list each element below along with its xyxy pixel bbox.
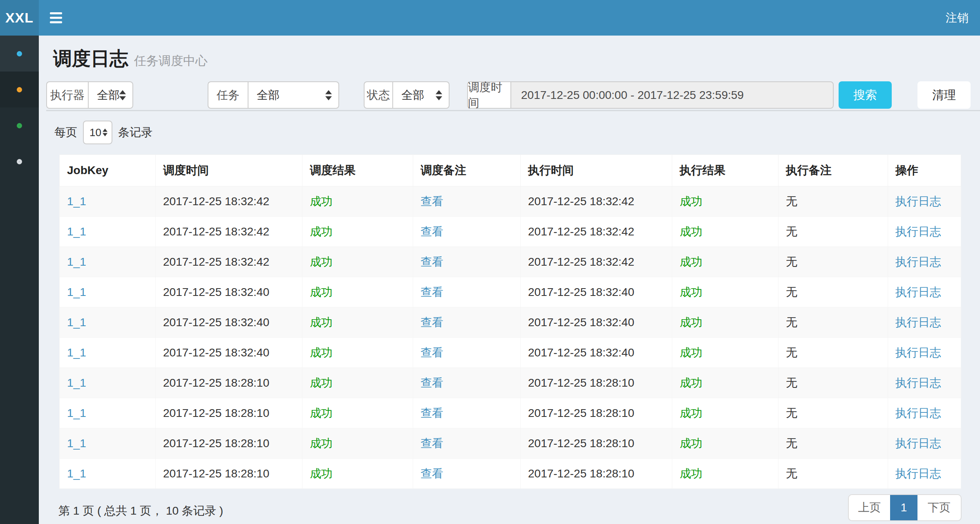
- view-trigger-msg-link[interactable]: 查看: [421, 286, 443, 298]
- page-size-prefix: 每页: [54, 125, 77, 140]
- view-trigger-msg-link[interactable]: 查看: [421, 255, 443, 268]
- column-header: 调度备注: [413, 155, 521, 186]
- jobkey-link[interactable]: 1_1: [67, 376, 86, 389]
- execution-log-link[interactable]: 执行日志: [895, 467, 941, 480]
- next-page-button[interactable]: 下页: [917, 495, 961, 520]
- page-size-row: 每页 10 条记录: [54, 121, 152, 144]
- table-row: 1_12017-12-25 18:32:40成功查看2017-12-25 18:…: [60, 338, 961, 368]
- jobkey-link[interactable]: 1_1: [67, 316, 86, 329]
- circle-icon: [17, 123, 22, 128]
- handle-result-cell: 成功: [680, 407, 703, 419]
- execution-log-link[interactable]: 执行日志: [895, 195, 941, 208]
- handle-time-cell: 2017-12-25 18:28:10: [528, 407, 634, 419]
- prev-page-button[interactable]: 上页: [849, 495, 890, 520]
- trigger-time-cell: 2017-12-25 18:28:10: [163, 407, 269, 419]
- handle-msg-cell: 无: [786, 286, 797, 298]
- clear-button[interactable]: 清理: [917, 81, 971, 109]
- table-header-row: JobKey调度时间调度结果调度备注执行时间执行结果执行备注操作: [60, 155, 961, 186]
- job-select[interactable]: 全部: [248, 81, 339, 109]
- page-size-select[interactable]: 10: [83, 121, 112, 144]
- handle-msg-cell: 无: [786, 376, 797, 389]
- trigger-result-cell: 成功: [310, 195, 333, 208]
- execution-log-link[interactable]: 执行日志: [895, 255, 941, 268]
- handle-result-cell: 成功: [680, 225, 703, 238]
- trigger-time-cell: 2017-12-25 18:32:40: [163, 286, 269, 298]
- trigger-time-cell: 2017-12-25 18:32:42: [163, 255, 269, 268]
- select-arrows-icon: [325, 90, 332, 100]
- execution-log-link[interactable]: 执行日志: [895, 407, 941, 419]
- view-trigger-msg-link[interactable]: 查看: [421, 376, 443, 389]
- view-trigger-msg-link[interactable]: 查看: [421, 467, 443, 480]
- filter-toolbar: 执行器 全部 任务 全部 状态 全部 调度时间 搜索 清理: [46, 81, 971, 109]
- view-trigger-msg-link[interactable]: 查看: [421, 195, 443, 208]
- handle-msg-cell: 无: [786, 316, 797, 329]
- execution-log-link[interactable]: 执行日志: [895, 316, 941, 329]
- sidebar-item-2[interactable]: [0, 72, 39, 107]
- jobkey-link[interactable]: 1_1: [67, 225, 86, 238]
- table-row: 1_12017-12-25 18:28:10成功查看2017-12-25 18:…: [60, 459, 961, 489]
- circle-icon: [17, 51, 22, 56]
- handle-msg-cell: 无: [786, 437, 797, 450]
- handle-time-cell: 2017-12-25 18:28:10: [528, 467, 634, 480]
- trigger-result-cell: 成功: [310, 255, 333, 268]
- sidebar-toggle-icon[interactable]: [50, 10, 62, 26]
- trigger-result-cell: 成功: [310, 376, 333, 389]
- execution-log-link[interactable]: 执行日志: [895, 346, 941, 359]
- trigger-time-cell: 2017-12-25 18:32:42: [163, 195, 269, 208]
- status-select[interactable]: 全部: [392, 81, 450, 109]
- trigger-result-cell: 成功: [310, 437, 333, 450]
- handle-result-cell: 成功: [680, 316, 703, 329]
- handle-time-cell: 2017-12-25 18:32:42: [528, 225, 634, 238]
- jobkey-link[interactable]: 1_1: [67, 467, 86, 480]
- view-trigger-msg-link[interactable]: 查看: [421, 437, 443, 450]
- execution-log-link[interactable]: 执行日志: [895, 376, 941, 389]
- column-header: 调度时间: [156, 155, 302, 186]
- trigger-time-cell: 2017-12-25 18:32:40: [163, 316, 269, 329]
- sidebar-item-4[interactable]: [0, 143, 39, 179]
- circle-icon: [17, 87, 22, 92]
- circle-icon: [17, 159, 22, 164]
- view-trigger-msg-link[interactable]: 查看: [421, 316, 443, 329]
- jobkey-link[interactable]: 1_1: [67, 437, 86, 450]
- view-trigger-msg-link[interactable]: 查看: [421, 346, 443, 359]
- trigger-time-cell: 2017-12-25 18:32:40: [163, 346, 269, 359]
- handle-msg-cell: 无: [786, 195, 797, 208]
- execution-log-link[interactable]: 执行日志: [895, 286, 941, 298]
- executor-select[interactable]: 全部: [88, 81, 133, 109]
- jobkey-link[interactable]: 1_1: [67, 346, 86, 359]
- navbar: 注销: [39, 0, 980, 36]
- table-row: 1_12017-12-25 18:32:42成功查看2017-12-25 18:…: [60, 186, 961, 217]
- execution-log-link[interactable]: 执行日志: [895, 225, 941, 238]
- log-table: JobKey调度时间调度结果调度备注执行时间执行结果执行备注操作 1_12017…: [59, 155, 961, 489]
- execution-log-link[interactable]: 执行日志: [895, 437, 941, 450]
- trigger-time-cell: 2017-12-25 18:28:10: [163, 437, 269, 450]
- sidebar-item-1[interactable]: [0, 36, 39, 72]
- view-trigger-msg-link[interactable]: 查看: [421, 225, 443, 238]
- table-row: 1_12017-12-25 18:28:10成功查看2017-12-25 18:…: [60, 368, 961, 398]
- status-filter-label: 状态: [364, 81, 392, 109]
- search-button[interactable]: 搜索: [839, 81, 892, 109]
- view-trigger-msg-link[interactable]: 查看: [421, 407, 443, 419]
- column-header: 调度结果: [302, 155, 413, 186]
- current-page-button[interactable]: 1: [890, 495, 917, 520]
- jobkey-link[interactable]: 1_1: [67, 286, 86, 298]
- table-row: 1_12017-12-25 18:32:42成功查看2017-12-25 18:…: [60, 217, 961, 247]
- handle-time-cell: 2017-12-25 18:32:40: [528, 346, 634, 359]
- column-header: 执行备注: [779, 155, 888, 186]
- trigger-time-filter-label: 调度时间: [467, 81, 510, 109]
- table-row: 1_12017-12-25 18:28:10成功查看2017-12-25 18:…: [60, 398, 961, 428]
- jobkey-link[interactable]: 1_1: [67, 255, 86, 268]
- jobkey-link[interactable]: 1_1: [67, 195, 86, 208]
- pagination: 上页 1 下页: [848, 494, 962, 521]
- trigger-time-range-input[interactable]: [510, 81, 834, 109]
- sidebar-item-3[interactable]: [0, 107, 39, 143]
- trigger-result-cell: 成功: [310, 225, 333, 238]
- logout-link[interactable]: 注销: [946, 10, 969, 26]
- column-header: JobKey: [60, 155, 156, 186]
- trigger-result-cell: 成功: [310, 467, 333, 480]
- top-navbar: XXL 注销: [0, 0, 980, 36]
- jobkey-link[interactable]: 1_1: [67, 407, 86, 419]
- trigger-time-cell: 2017-12-25 18:32:42: [163, 225, 269, 238]
- handle-msg-cell: 无: [786, 407, 797, 419]
- trigger-time-cell: 2017-12-25 18:28:10: [163, 376, 269, 389]
